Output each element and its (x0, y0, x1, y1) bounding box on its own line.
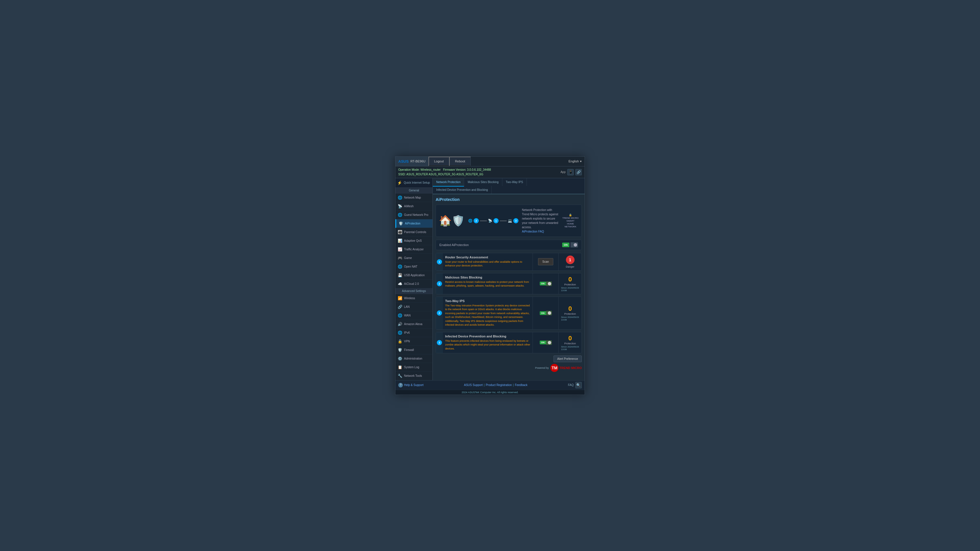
card-number-1: 1 (436, 253, 443, 270)
main-layout: ⚡ Quick Internet Setup General 🌐 Network… (395, 178, 585, 380)
malicious-toggle-on: ON (540, 282, 546, 286)
sidebar-item-firewall[interactable]: 🛡️ Firewall (395, 346, 433, 354)
administration-icon: ⚙️ (398, 356, 402, 361)
open-nat-icon: 🌐 (398, 264, 402, 269)
sub-header-actions: App 📱 🔗 (560, 169, 582, 175)
sidebar-item-label: VPN (404, 340, 410, 343)
sidebar-item-network-map[interactable]: 🌐 Network Map (395, 194, 433, 202)
sidebar-item-traffic-analyzer[interactable]: 📈 Traffic Analyzer (395, 245, 433, 254)
sidebar-item-aicloud[interactable]: ☁️ AiCloud 2.0 (395, 279, 433, 288)
sidebar-item-adaptive-qos[interactable]: 📊 Adaptive QoS (395, 237, 433, 245)
card-number-2a: 2 (436, 273, 443, 294)
help-support-link[interactable]: Help & Support (404, 383, 423, 387)
footer: ? Help & Support ASUS Support | Product … (395, 380, 585, 390)
two-way-ips-action[interactable]: ON (533, 297, 558, 329)
sidebar-item-administration[interactable]: ⚙️ Administration (395, 354, 433, 363)
footer-left: ? Help & Support (398, 383, 423, 387)
alert-preference-button[interactable]: Alert Preference (554, 356, 582, 362)
sidebar-item-quick-internet-setup[interactable]: ⚡ Quick Internet Setup (395, 178, 433, 188)
diagram-num-2: 2 (474, 218, 479, 223)
tab-two-way-ips[interactable]: Two-Way IPS (503, 178, 527, 186)
footer-sep-1: | (484, 383, 485, 387)
sidebar-item-aimesh[interactable]: 📡 AiMesh (395, 202, 433, 211)
two-way-toggle-handle[interactable] (546, 311, 552, 315)
aiprotection-toggle[interactable]: ON (562, 242, 578, 248)
tab-malicious-sites-blocking[interactable]: Malicious Sites Blocking (464, 178, 502, 186)
product-registration-link[interactable]: Product Registration (486, 383, 512, 387)
feedback-link[interactable]: Feedback (515, 383, 527, 387)
infected-device-action[interactable]: ON (533, 332, 558, 353)
two-way-status-number: 0 (568, 305, 572, 313)
malicious-sites-toggle[interactable]: ON (540, 281, 552, 286)
sidebar-item-network-tools[interactable]: 🔧 Network Tools (395, 372, 433, 380)
sidebar-item-usb-application[interactable]: 💾 USB Application (395, 271, 433, 279)
malicious-sites-action[interactable]: ON (533, 273, 558, 294)
ssid-label: SSID: (398, 173, 406, 176)
tab-infected-device[interactable]: Infected Device Prevention and Blocking (433, 186, 492, 194)
arrow-icon-2: —— (500, 219, 507, 223)
aiprotection-icon: 🛡️ (399, 221, 403, 225)
malicious-sites-status: 0 Protection Since 2024/05/23 13:08 (558, 273, 581, 294)
sidebar-item-label: AiProtection (405, 222, 420, 225)
logout-button[interactable]: Logout (428, 157, 449, 166)
malicious-sites-desc: Restrict access to known malicious websi… (445, 280, 530, 288)
search-icon-btn[interactable]: 🔍 (575, 382, 582, 388)
trend-micro-smart-home-logo: 🔒TREND MICROSMARTHOMENETWORK (562, 214, 579, 228)
aiprotection-faq-link[interactable]: AiProtection FAQ (522, 230, 544, 233)
share-icon-btn[interactable]: 🔗 (575, 169, 582, 175)
sidebar-item-wan[interactable]: 🌐 WAN (395, 311, 433, 320)
ipv6-icon: 🌐 (398, 330, 402, 335)
infected-device-content: Infected Device Prevention and Blocking … (443, 332, 533, 353)
sidebar-item-game[interactable]: 🎮 Game (395, 254, 433, 262)
section-title: AiProtection (436, 197, 582, 202)
app-icon-btn[interactable]: 📱 (567, 169, 574, 175)
reboot-button[interactable]: Reboot (449, 157, 471, 166)
sidebar-item-lan[interactable]: 🔗 LAN (395, 303, 433, 311)
malicious-status-number: 0 (568, 276, 572, 283)
scan-button[interactable]: Scan (538, 258, 553, 265)
two-way-status-since: Since 2024/05/23 13:08 (561, 316, 579, 321)
sidebar-item-aiprotection[interactable]: 🛡️ AiProtection (395, 219, 433, 228)
sidebar: ⚡ Quick Internet Setup General 🌐 Network… (395, 178, 433, 380)
sidebar-item-open-nat[interactable]: 🌐 Open NAT (395, 262, 433, 271)
alert-preference-row: Alert Preference (436, 356, 582, 362)
sidebar-item-wireless[interactable]: 📶 Wireless (395, 294, 433, 303)
trend-micro-banner-logo: 🔒TREND MICROSMARTHOMENETWORK (562, 214, 579, 228)
toggle-handle[interactable] (571, 242, 578, 248)
infected-device-toggle[interactable]: ON (540, 340, 552, 345)
sidebar-item-vpn[interactable]: 🔒 VPN (395, 337, 433, 346)
asus-support-link[interactable]: ASUS Support (464, 383, 483, 387)
two-way-status-label: Protection (564, 313, 576, 315)
footer-copyright: 2024 ASUSTeK Computer Inc. All rights re… (395, 390, 585, 395)
sidebar-item-system-log[interactable]: 📋 System Log (395, 363, 433, 372)
ssid-values: ASUS_ROUTER ASUS_ROUTER_5G ASUS_ROUTER_6… (406, 173, 483, 176)
trend-micro-footer: Powered by TM TREND MICRO (436, 364, 582, 372)
sidebar-item-ipv6[interactable]: 🌐 IPv6 (395, 329, 433, 337)
router-security-desc: Scan your router to find vulnerabilities… (445, 260, 530, 268)
toggle-on-label: ON (562, 243, 570, 247)
two-way-ips-toggle[interactable]: ON (540, 311, 552, 315)
malicious-toggle-handle[interactable] (546, 281, 552, 286)
status-danger-label: Danger (566, 265, 574, 268)
malicious-sites-title: Malicious Sites Blocking (445, 276, 530, 279)
sidebar-item-amazon-alexa[interactable]: 🔊 Amazon Alexa (395, 320, 433, 329)
sidebar-item-parental-controls[interactable]: 👨‍👩‍👧 Parental Controls (395, 228, 433, 237)
app-label: App (560, 170, 566, 174)
firewall-icon: 🛡️ (398, 348, 402, 352)
tabs: Network Protection Malicious Sites Block… (433, 178, 585, 194)
sidebar-item-label: Traffic Analyzer (404, 248, 423, 251)
router-icon: 📡 (488, 219, 492, 223)
sidebar-general-label: General (395, 188, 433, 194)
trend-micro-icon: TM (550, 364, 558, 372)
banner-shield-icon: 🏠🛡️ (439, 215, 465, 227)
header: ASUS RT-BE96U Logout Reboot English ▾ (395, 157, 585, 167)
footer-links: ASUS Support | Product Registration | Fe… (464, 383, 528, 387)
header-nav: Logout Reboot English ▾ (428, 157, 585, 166)
sidebar-item-guest-network-pro[interactable]: 🌐 Guest Network Pro (395, 211, 433, 219)
language-selector[interactable]: English ▾ (566, 157, 585, 166)
infected-toggle-on: ON (540, 341, 546, 345)
sidebar-item-label: AiMesh (404, 205, 414, 208)
infected-toggle-handle[interactable] (546, 340, 552, 345)
traffic-analyzer-icon: 📈 (398, 247, 402, 251)
tab-network-protection[interactable]: Network Protection (433, 178, 464, 187)
